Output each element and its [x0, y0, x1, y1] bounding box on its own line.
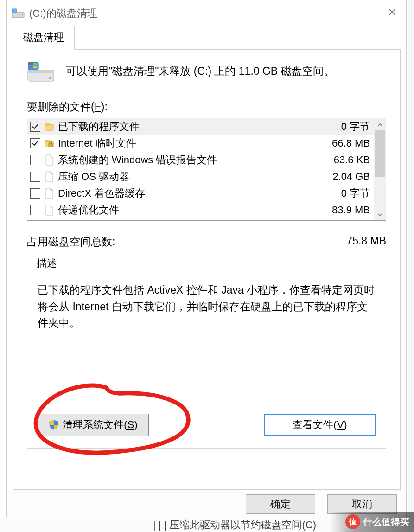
file-size: 2.04 GB: [319, 171, 370, 183]
file-name: 压缩 OS 驱动器: [58, 170, 319, 184]
uac-shield-icon: [49, 420, 59, 430]
svg-rect-8: [33, 63, 37, 65]
file-checkbox[interactable]: [30, 188, 40, 199]
file-row[interactable]: 传递优化文件83.9 MB: [27, 202, 374, 218]
close-icon: [388, 7, 397, 19]
file-checkbox[interactable]: [30, 138, 40, 148]
ok-button[interactable]: 确定: [246, 494, 315, 514]
chevron-up-icon: [377, 118, 383, 130]
close-button[interactable]: [378, 0, 406, 26]
description-title: 描述: [34, 256, 60, 270]
file-icon: [44, 204, 54, 216]
file-name: Internet 临时文件: [58, 136, 319, 150]
totals-label: 占用磁盘空间总数:: [27, 235, 115, 249]
clean-system-files-button[interactable]: 清理系统文件(S): [38, 414, 149, 436]
svg-rect-4: [28, 70, 54, 73]
file-name: 传递优化文件: [58, 203, 319, 217]
scrollbar-vertical[interactable]: [374, 118, 386, 220]
scroll-up-button[interactable]: [374, 118, 386, 130]
svg-rect-7: [29, 63, 33, 65]
svg-rect-12: [45, 123, 49, 125]
svg-rect-10: [33, 66, 37, 68]
svg-point-2: [22, 14, 23, 16]
drive-icon: [12, 8, 25, 19]
files-list: 已下载的程序文件0 字节Internet 临时文件66.8 MB系统创建的 Wi…: [27, 118, 386, 221]
file-row[interactable]: 已下载的程序文件0 字节: [27, 118, 374, 135]
tab-disk-cleanup[interactable]: 磁盘清理: [13, 26, 75, 50]
file-icon: [44, 154, 54, 166]
svg-rect-1: [12, 9, 17, 12]
cancel-button[interactable]: 取消: [327, 494, 397, 514]
totals-value: 75.8 MB: [346, 235, 386, 249]
scroll-track[interactable]: [374, 130, 386, 208]
file-icon: [44, 171, 54, 183]
description-groupbox: 描述 已下载的程序文件包括 ActiveX 控件和 Java 小程序，你查看特定…: [27, 263, 386, 449]
file-size: 63.6 KB: [319, 154, 370, 166]
file-size: 0 字节: [319, 186, 370, 200]
background-bottom-text: | | | 压缩此驱动器以节约磁盘空间(C): [153, 518, 316, 532]
file-row[interactable]: Internet 临时文件66.8 MB: [27, 135, 374, 152]
summary-text: 可以使用"磁盘清理"来释放 (C:) 上的 11.0 GB 磁盘空间。: [66, 61, 334, 78]
tab-strip: 磁盘清理: [7, 26, 406, 50]
file-icon: [44, 187, 54, 199]
svg-point-5: [49, 77, 51, 79]
watermark: 值 什么值得买: [330, 512, 414, 532]
disk-cleanup-dialog: (C:)的磁盘清理 磁盘清理: [6, 0, 407, 518]
tab-label: 磁盘清理: [23, 32, 64, 43]
tab-body: 可以使用"磁盘清理"来释放 (C:) 上的 11.0 GB 磁盘空间。 要删除的…: [13, 50, 401, 490]
file-checkbox[interactable]: [30, 155, 40, 165]
file-checkbox[interactable]: [30, 172, 40, 182]
window-title: (C:)的磁盘清理: [29, 6, 97, 20]
files-to-delete-label: 要删除的文件(F):: [27, 100, 386, 114]
file-size: 0 字节: [319, 120, 370, 134]
file-checkbox[interactable]: [30, 205, 40, 215]
file-row[interactable]: DirectX 着色器缓存0 字节: [27, 185, 374, 202]
lock-folder-icon: [44, 137, 54, 149]
description-body: 已下载的程序文件包括 ActiveX 控件和 Java 小程序，你查看特定网页时…: [38, 282, 376, 332]
file-name: DirectX 着色器缓存: [58, 186, 319, 200]
watermark-badge-icon: 值: [345, 514, 360, 529]
file-row[interactable]: 系统创建的 Windows 错误报告文件63.6 KB: [27, 152, 374, 168]
chevron-down-icon: [377, 208, 383, 220]
watermark-text: 什么值得买: [363, 516, 409, 528]
folder-icon: [44, 121, 54, 133]
groupbox-buttons: 清理系统文件(S) 查看文件(V): [38, 414, 376, 436]
view-files-button[interactable]: 查看文件(V): [264, 414, 376, 436]
title-bar: (C:)的磁盘清理: [7, 0, 406, 26]
background-right-strip: [408, 0, 414, 532]
svg-rect-15: [49, 143, 53, 147]
file-name: 已下载的程序文件: [58, 120, 319, 134]
totals-row: 占用磁盘空间总数: 75.8 MB: [27, 235, 386, 249]
file-size: 83.9 MB: [319, 204, 370, 216]
file-name: 系统创建的 Windows 错误报告文件: [58, 153, 319, 167]
summary-row: 可以使用"磁盘清理"来释放 (C:) 上的 11.0 GB 磁盘空间。: [27, 61, 386, 83]
scroll-down-button[interactable]: [374, 208, 386, 220]
svg-rect-9: [29, 66, 33, 68]
drive-large-icon: [27, 61, 55, 83]
file-size: 66.8 MB: [319, 137, 370, 149]
files-list-inner[interactable]: 已下载的程序文件0 字节Internet 临时文件66.8 MB系统创建的 Wi…: [27, 118, 374, 220]
scroll-thumb[interactable]: [375, 130, 385, 177]
file-row[interactable]: 压缩 OS 驱动器2.04 GB: [27, 168, 374, 185]
svg-rect-14: [45, 140, 49, 142]
file-checkbox[interactable]: [30, 122, 40, 132]
